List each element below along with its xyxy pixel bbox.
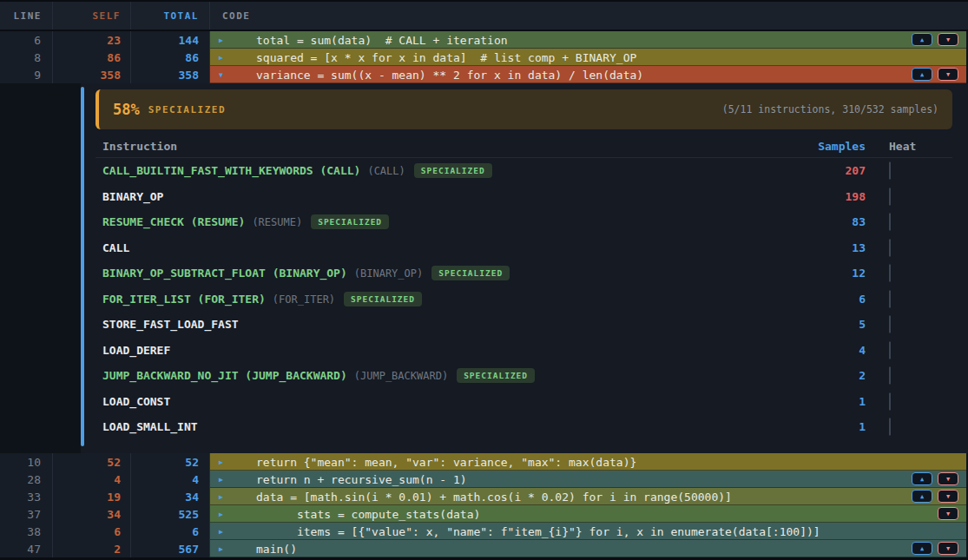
- base-opcode: (BINARY_OP): [354, 267, 423, 280]
- jump-down-button[interactable]: ▼: [938, 507, 958, 520]
- specialized-badge: SPECIALIZED: [344, 292, 422, 306]
- line-number: 8: [0, 49, 53, 66]
- opcode-name: BINARY_OP: [102, 190, 163, 203]
- heat-bar-track: [889, 290, 891, 308]
- heat-bar-cell: [877, 316, 952, 333]
- header-total: TOTAL: [131, 2, 210, 30]
- base-opcode: (RESUME): [252, 216, 302, 228]
- instruction-name: LOAD_CONST: [95, 395, 773, 408]
- jump-down-button[interactable]: ▼: [938, 68, 958, 81]
- instruction-detail-panel: 58% SPECIALIZED (5/11 instructions, 310/…: [0, 83, 968, 453]
- jump-down-button[interactable]: ▼: [938, 33, 958, 46]
- code-line-row-33: 33 19 34 ▶ data = [math.sin(i * 0.01) + …: [0, 488, 968, 505]
- source-code: variance = sum((x - mean) ** 2 for x in …: [256, 69, 643, 82]
- instruction-row: JUMP_BACKWARD_NO_JIT (JUMP_BACKWARD)(JUM…: [95, 363, 952, 389]
- expand-collapsed-icon[interactable]: ▶: [219, 528, 229, 536]
- instruction-row: CALL 13: [95, 235, 952, 261]
- line-number: 10: [0, 453, 53, 471]
- code-cell[interactable]: ▶ data = [math.sin(i * 0.01) + math.cos(…: [210, 488, 966, 505]
- instruction-row: BINARY_OP 198: [95, 184, 952, 210]
- specialized-badge: SPECIALIZED: [414, 163, 492, 178]
- base-opcode: (FOR_ITER): [273, 293, 335, 306]
- expand-collapsed-icon[interactable]: ▶: [219, 476, 229, 484]
- total-samples: 6: [131, 523, 210, 540]
- instruction-name: LOAD_DEREF: [95, 344, 773, 357]
- jump-down-button[interactable]: ▼: [938, 542, 958, 555]
- code-cell[interactable]: ▶ total = sum(data) # CALL + iteration ▲…: [210, 31, 966, 49]
- expand-collapsed-icon[interactable]: ▶: [219, 54, 229, 62]
- self-samples: 86: [53, 49, 131, 66]
- specialized-percent: 58%: [113, 101, 140, 118]
- heat-bar-cell: [877, 240, 952, 256]
- specialized-badge: SPECIALIZED: [311, 214, 389, 229]
- expand-collapsed-icon[interactable]: ▶: [219, 511, 229, 518]
- code-line-row-9: 9 358 358 ▼ variance = sum((x - mean) **…: [0, 66, 968, 83]
- heat-bar-track: [889, 392, 891, 411]
- opcode-name: CALL_BUILTIN_FAST_WITH_KEYWORDS (CALL): [102, 164, 360, 177]
- header-line: LINE: [0, 2, 53, 30]
- line-number: 47: [0, 540, 53, 557]
- sample-count: 5: [773, 318, 877, 331]
- header-self: SELF: [53, 2, 131, 30]
- table-header: LINE SELF TOTAL CODE: [0, 0, 968, 31]
- instruction-name: JUMP_BACKWARD_NO_JIT (JUMP_BACKWARD)(JUM…: [95, 368, 773, 383]
- code-line-row-47: 47 2 567 ▶ main() ▲ ▼: [0, 540, 968, 557]
- sample-count: 6: [773, 293, 877, 306]
- code-line-row-8: 8 86 86 ▶ squared = [x * x for x in data…: [0, 49, 968, 66]
- source-code: return n + recursive_sum(n - 1): [256, 473, 467, 486]
- code-line-row-37: 37 34 525 ▶ stats = compute_stats(data) …: [0, 505, 968, 523]
- instruction-name: BINARY_OP_SUBTRACT_FLOAT (BINARY_OP)(BIN…: [95, 266, 773, 280]
- sample-count: 83: [773, 215, 877, 228]
- code-cell[interactable]: ▶ items = [{"value": x, "name": f"item_{…: [210, 523, 966, 540]
- code-cell[interactable]: ▶ main() ▲ ▼: [210, 540, 966, 557]
- opcode-name: LOAD_DEREF: [102, 344, 170, 357]
- opcode-name: FOR_ITER_LIST (FOR_ITER): [102, 293, 266, 306]
- instruction-row: LOAD_SMALL_INT 1: [95, 414, 952, 440]
- expand-collapsed-icon[interactable]: ▶: [219, 545, 229, 553]
- self-samples: 2: [53, 540, 131, 557]
- self-samples: 19: [53, 488, 131, 505]
- sample-count: 13: [773, 241, 877, 254]
- jump-down-button[interactable]: ▼: [938, 472, 958, 485]
- header-heat: Heat: [877, 140, 952, 153]
- jump-up-button[interactable]: ▲: [912, 68, 932, 81]
- opcode-name: LOAD_CONST: [102, 395, 170, 408]
- heat-bar-track: [889, 188, 891, 206]
- expand-collapsed-icon[interactable]: ▶: [219, 458, 229, 466]
- source-code: return {"mean": mean, "var": variance, "…: [256, 456, 636, 469]
- line-number: 9: [0, 66, 53, 83]
- expand-collapsed-icon[interactable]: ▶: [219, 36, 229, 44]
- source-code: squared = [x * x for x in data] # list c…: [256, 51, 636, 64]
- source-code: total = sum(data) # CALL + iteration: [256, 34, 508, 47]
- heat-bar-track: [889, 264, 891, 282]
- heat-bar-cell: [877, 188, 952, 205]
- jump-up-button[interactable]: ▲: [912, 542, 932, 555]
- specialized-label: SPECIALIZED: [148, 104, 226, 115]
- total-samples: 358: [131, 66, 210, 83]
- code-cell[interactable]: ▶ squared = [x * x for x in data] # list…: [210, 49, 966, 66]
- jump-down-button[interactable]: ▼: [938, 490, 958, 503]
- instruction-name: STORE_FAST_LOAD_FAST: [95, 318, 773, 331]
- opcode-name: LOAD_SMALL_INT: [102, 420, 198, 433]
- base-opcode: (CALL): [367, 165, 405, 177]
- opcode-name: STORE_FAST_LOAD_FAST: [102, 318, 239, 331]
- jump-up-button[interactable]: ▲: [912, 472, 932, 485]
- code-line-row-28: 28 4 4 ▶ return n + recursive_sum(n - 1)…: [0, 471, 968, 488]
- profiler-table-bottom: 10 52 52 ▶ return {"mean": mean, "var": …: [0, 453, 968, 557]
- heat-bar-track: [889, 315, 891, 333]
- specialized-badge: SPECIALIZED: [457, 368, 535, 383]
- heat-bar-cell: [877, 393, 952, 410]
- code-cell[interactable]: ▼ variance = sum((x - mean) ** 2 for x i…: [210, 66, 966, 83]
- opcode-name: RESUME_CHECK (RESUME): [102, 215, 245, 228]
- code-cell[interactable]: ▶ return {"mean": mean, "var": variance,…: [210, 453, 966, 471]
- opcode-name: JUMP_BACKWARD_NO_JIT (JUMP_BACKWARD): [102, 369, 347, 382]
- expand-expanded-icon[interactable]: ▼: [219, 71, 229, 79]
- code-cell[interactable]: ▶ return n + recursive_sum(n - 1) ▲ ▼: [210, 471, 966, 488]
- expand-collapsed-icon[interactable]: ▶: [219, 493, 229, 501]
- source-code: data = [math.sin(i * 0.01) + math.cos(i …: [256, 491, 732, 504]
- heat-bar-cell: [877, 367, 952, 384]
- jump-up-button[interactable]: ▲: [912, 33, 932, 46]
- code-cell[interactable]: ▶ stats = compute_stats(data) ▼: [210, 505, 966, 523]
- heat-bar-cell: [877, 342, 952, 359]
- jump-up-button[interactable]: ▲: [912, 490, 932, 503]
